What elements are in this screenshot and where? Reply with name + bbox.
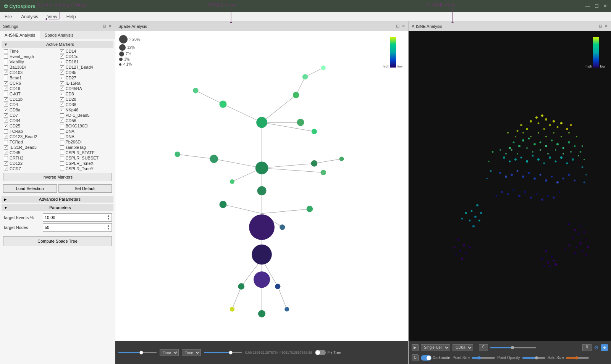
marker-checkbox-right-1[interactable] — [60, 55, 64, 59]
maximize-button[interactable]: ☐ — [595, 3, 599, 9]
atsne-close-icon[interactable]: ✕ — [605, 24, 608, 29]
marker-checkbox-left-21[interactable] — [4, 161, 8, 166]
marker-checkbox-left-8[interactable] — [4, 92, 8, 96]
marker-checkbox-left-0[interactable] — [4, 49, 8, 53]
point-opacity-slider[interactable] — [522, 357, 545, 359]
marker-checkbox-right-10[interactable] — [60, 103, 64, 107]
marker-checkbox-right-12[interactable] — [60, 113, 64, 118]
target-events-input[interactable]: 10,00 ▲ ▼ — [43, 213, 112, 222]
spade-float-icon[interactable]: ⊡ — [396, 24, 399, 29]
marker-checkbox-right-9[interactable] — [60, 97, 64, 101]
params-arrow[interactable]: ▼ — [4, 206, 8, 210]
marker-checkbox-right-22[interactable] — [60, 167, 64, 171]
marker-checkbox-left-2[interactable] — [4, 60, 8, 64]
inverse-markers-button[interactable]: Inverse Markers — [3, 173, 112, 181]
atsne-num-right[interactable]: 0 — [582, 344, 592, 351]
menu-view[interactable]: View — [46, 13, 59, 20]
marker-checkbox-left-10[interactable] — [4, 103, 8, 107]
marker-checkbox-right-11[interactable] — [60, 108, 64, 112]
marker-checkbox-left-4[interactable] — [4, 71, 8, 75]
atsne-color-button[interactable]: ⊕ — [601, 344, 608, 351]
marker-checkbox-left-7[interactable] — [4, 87, 8, 91]
tab-atsne-analysis[interactable]: A-tSNE Analysis — [0, 31, 40, 39]
marker-checkbox-right-0[interactable] — [60, 49, 64, 53]
target-nodes-down[interactable]: ▼ — [107, 227, 110, 230]
spade-header-controls[interactable]: ⊡ ✕ — [396, 24, 405, 29]
target-nodes-spinners[interactable]: ▲ ▼ — [107, 224, 110, 230]
marker-checkbox-right-17[interactable] — [60, 140, 64, 144]
atsne-float-icon[interactable]: ⊡ — [599, 24, 602, 29]
marker-checkbox-right-18[interactable] — [60, 145, 64, 150]
menu-file[interactable]: File — [3, 13, 13, 20]
target-events-spinners[interactable]: ▲ ▼ — [107, 214, 110, 221]
marker-checkbox-left-12[interactable] — [4, 113, 8, 118]
settings-panel-controls[interactable]: ⊡ ✕ — [103, 24, 112, 29]
atsne-num-left[interactable]: 0 — [479, 344, 488, 351]
settings-float-icon[interactable]: ⊡ — [103, 24, 106, 29]
atsne-darkmode-toggle[interactable]: Darkmode — [421, 355, 450, 361]
marker-checkbox-right-3[interactable] — [60, 65, 64, 69]
atsne-mode-dropdown[interactable]: Single-Cell — [421, 344, 450, 351]
marker-checkbox-right-13[interactable] — [60, 119, 64, 123]
menu-analysis[interactable]: Analysis — [19, 13, 40, 20]
marker-checkbox-left-6[interactable] — [4, 81, 8, 85]
atsne-marker-dropdown[interactable]: CD8a — [453, 344, 473, 351]
marker-checkbox-left-16[interactable] — [4, 135, 8, 139]
fix-tree-toggle[interactable]: Fix Tree — [315, 350, 341, 355]
atsne-refresh-button[interactable]: ↻ — [412, 354, 419, 361]
marker-checkbox-left-9[interactable] — [4, 97, 8, 101]
settings-close-icon[interactable]: ✕ — [108, 24, 112, 29]
marker-checkbox-right-21[interactable] — [60, 161, 64, 166]
marker-checkbox-right-15[interactable] — [60, 129, 64, 134]
load-selection-button[interactable]: Load Selection — [3, 184, 57, 193]
compute-spade-tree-button[interactable]: Compute Spade Tree — [3, 236, 112, 246]
darkmode-switch[interactable] — [421, 355, 432, 361]
marker-checkbox-right-19[interactable] — [60, 151, 64, 155]
point-size-slider[interactable] — [472, 357, 495, 359]
spade-slider1[interactable] — [118, 352, 157, 353]
marker-checkbox-right-14[interactable] — [60, 124, 64, 128]
marker-checkbox-right-20[interactable] — [60, 156, 64, 160]
marker-checkbox-left-20[interactable] — [4, 156, 8, 160]
marker-checkbox-left-22[interactable] — [4, 167, 8, 171]
marker-checkbox-left-14[interactable] — [4, 124, 8, 128]
marker-checkbox-right-6[interactable] — [60, 81, 64, 85]
fix-tree-switch[interactable] — [315, 350, 326, 355]
marker-checkbox-left-17[interactable] — [4, 140, 8, 144]
marker-checkbox-right-7[interactable] — [60, 87, 64, 91]
marker-checkbox-right-2[interactable] — [60, 60, 64, 64]
marker-checkbox-right-16[interactable] — [60, 135, 64, 139]
atsne-gear-icon[interactable]: ⚙ — [594, 345, 599, 351]
marker-checkbox-right-4[interactable] — [60, 71, 64, 75]
marker-checkbox-left-15[interactable] — [4, 129, 8, 134]
set-default-button[interactable]: Set Default — [58, 184, 112, 193]
minimize-button[interactable]: — — [585, 3, 590, 9]
menu-help[interactable]: Help — [65, 13, 78, 20]
marker-checkbox-left-11[interactable] — [4, 108, 8, 112]
marker-checkbox-left-19[interactable] — [4, 151, 8, 155]
marker-checkbox-right-8[interactable] — [60, 92, 64, 96]
marker-checkbox-left-3[interactable] — [4, 65, 8, 69]
spade-close-icon[interactable]: ✕ — [402, 24, 405, 29]
svg-point-117 — [499, 172, 501, 174]
target-events-down[interactable]: ▼ — [107, 217, 110, 221]
active-markers-arrow[interactable]: ▼ — [4, 42, 8, 47]
marker-checkbox-left-18[interactable] — [4, 145, 8, 150]
atsne-range-slider[interactable] — [490, 347, 580, 348]
title-bar-controls[interactable]: — ☐ ✕ — [585, 3, 607, 9]
marker-checkbox-left-1[interactable] — [4, 55, 8, 59]
marker-checkbox-left-5[interactable] — [4, 76, 8, 80]
advanced-arrow[interactable]: ▶ — [4, 197, 7, 201]
halo-size-slider[interactable] — [566, 357, 589, 359]
spade-time-dropdown2[interactable]: Time — [182, 349, 201, 356]
marker-checkbox-left-13[interactable] — [4, 119, 8, 123]
atsne-play-button[interactable]: ▶ — [412, 344, 419, 351]
close-button[interactable]: ✕ — [603, 3, 607, 9]
tab-spade-analysis[interactable]: Spade Analysis — [40, 31, 78, 39]
svg-point-197 — [511, 149, 512, 151]
spade-slider2[interactable] — [204, 352, 242, 353]
atsne-header-controls[interactable]: ⊡ ✕ — [599, 24, 608, 29]
marker-checkbox-right-5[interactable] — [60, 76, 64, 80]
spade-time-dropdown1[interactable]: Time — [160, 349, 179, 356]
target-nodes-input[interactable]: 50 ▲ ▼ — [43, 223, 112, 232]
